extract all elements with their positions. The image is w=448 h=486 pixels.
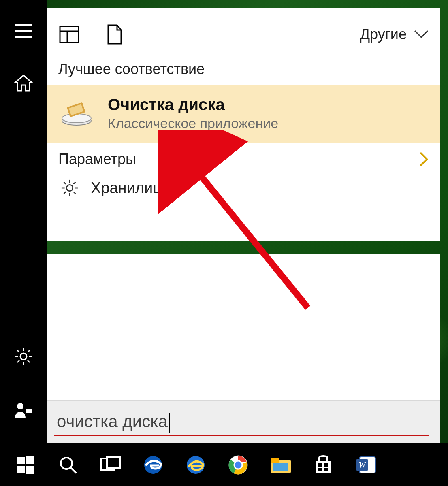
settings-icon[interactable]: [14, 347, 33, 366]
filter-other-label: Другие: [360, 26, 407, 43]
svg-rect-53: [324, 468, 328, 471]
chrome-browser-icon[interactable]: [217, 443, 259, 486]
svg-rect-32: [17, 457, 25, 464]
svg-rect-34: [17, 466, 25, 473]
chevron-right-icon: [420, 152, 429, 166]
search-panel-lower: очистка диска: [47, 254, 440, 444]
search-query-text: очистка диска: [57, 412, 168, 431]
settings-result-storage[interactable]: Хранилище: [47, 175, 440, 207]
svg-line-11: [28, 350, 30, 352]
filter-documents-icon[interactable]: [104, 23, 126, 45]
svg-line-9: [28, 360, 30, 362]
svg-rect-39: [107, 457, 120, 468]
svg-line-27: [74, 192, 76, 194]
hamburger-icon[interactable]: [15, 24, 32, 38]
svg-point-3: [20, 353, 27, 360]
svg-point-12: [17, 403, 23, 409]
file-explorer-icon[interactable]: [259, 443, 302, 486]
svg-line-28: [64, 192, 66, 194]
home-icon[interactable]: [14, 75, 33, 92]
svg-line-29: [74, 182, 76, 184]
internet-explorer-icon[interactable]: [174, 443, 217, 486]
svg-rect-35: [26, 466, 34, 474]
svg-rect-49: [316, 461, 331, 473]
taskbar-search-icon[interactable]: [47, 443, 89, 486]
search-filter-bar: Другие: [47, 8, 440, 61]
filter-other-dropdown[interactable]: Другие: [360, 26, 429, 43]
user-icon[interactable]: [14, 402, 33, 419]
svg-line-8: [17, 350, 19, 352]
best-match-result[interactable]: Очистка диска Классическое приложение: [47, 85, 440, 143]
word-icon[interactable]: W: [344, 443, 387, 486]
svg-rect-13: [26, 409, 32, 413]
search-results-panel: Другие Лучшее соответствие Очистка диска…: [47, 8, 440, 241]
svg-text:W: W: [358, 460, 366, 469]
svg-rect-14: [60, 26, 79, 43]
start-sidebar: [0, 0, 47, 443]
svg-rect-51: [324, 463, 328, 467]
gear-icon: [61, 179, 79, 197]
svg-rect-52: [318, 468, 322, 471]
text-caret: [169, 413, 170, 433]
store-icon[interactable]: [302, 443, 344, 486]
settings-heading: Параметры: [58, 151, 136, 168]
settings-category-row[interactable]: Параметры: [47, 143, 440, 175]
svg-line-37: [70, 467, 76, 473]
svg-point-21: [66, 185, 73, 191]
best-match-title: Очистка диска: [108, 96, 278, 114]
svg-rect-47: [271, 458, 279, 463]
best-match-subtitle: Классическое приложение: [108, 115, 278, 131]
annotation-underline: [54, 435, 429, 436]
taskbar: W: [0, 443, 448, 486]
svg-point-36: [61, 458, 72, 469]
svg-line-10: [17, 360, 19, 362]
svg-rect-50: [318, 463, 322, 467]
task-view-icon[interactable]: [89, 443, 132, 486]
svg-rect-48: [273, 463, 288, 471]
start-button[interactable]: [4, 443, 47, 486]
settings-result-label: Хранилище: [91, 179, 174, 197]
edge-browser-icon[interactable]: [132, 443, 174, 486]
filter-apps-icon[interactable]: [58, 23, 80, 45]
chevron-down-icon: [414, 30, 429, 39]
disk-cleanup-icon: [61, 99, 92, 128]
svg-rect-33: [26, 456, 34, 464]
best-match-heading: Лучшее соответствие: [47, 61, 440, 78]
search-box[interactable]: очистка диска: [47, 400, 440, 444]
svg-line-26: [64, 182, 66, 184]
